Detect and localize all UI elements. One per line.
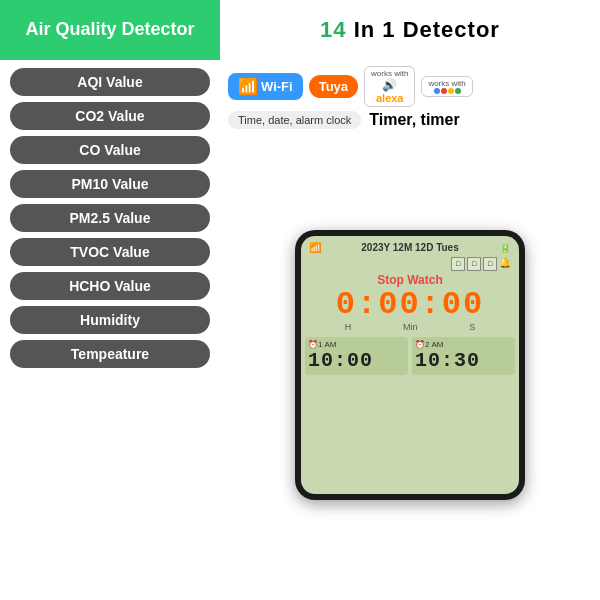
stopwatch-text: Stop Watch <box>377 273 443 287</box>
feature-co2: CO2 Value <box>10 102 210 130</box>
feature-aqi: AQI Value <box>10 68 210 96</box>
works-google-badge: works with <box>421 76 472 97</box>
feature-pm25: PM2.5 Value <box>10 204 210 232</box>
alarms-row: ⏰1 AM 10:00 ⏰2 AM 10:30 <box>305 337 515 375</box>
features-tag: Time, date, alarm clock <box>228 111 361 129</box>
stopwatch-label: Stop Watch <box>309 273 511 287</box>
alarm-bell-icon: 🔔 <box>499 257 511 271</box>
alarm-1-display: ⏰1 AM 10:00 <box>305 337 408 375</box>
feature-tvoc: TVOC Value <box>10 238 210 266</box>
seconds-label: S <box>469 322 475 332</box>
battery-icon: 🔋 <box>499 242 511 253</box>
wifi-signal-icon: 📶 <box>309 242 321 253</box>
feature-pm10: PM10 Value <box>10 170 210 198</box>
date-display: 2023Y 12M 12D Tues <box>361 242 458 253</box>
tuya-badge: Tuya <box>309 75 358 98</box>
alarm-2-icon: ⏰2 <box>415 340 429 349</box>
alarm-2-display: ⏰2 AM 10:30 <box>412 337 515 375</box>
device-screen: 📶 2023Y 12M 12D Tues 🔋 □ □ □ 🔔 <box>301 236 519 494</box>
feature-temperature: Tempeature <box>10 340 210 368</box>
hms-labels: H Min S <box>309 322 511 332</box>
google-dots <box>434 88 461 94</box>
detector-number: 14 <box>320 17 346 42</box>
hours-label: H <box>345 322 352 332</box>
tuya-label: Tuya <box>319 79 348 94</box>
detector-title: 14 In 1 Detector <box>320 17 500 43</box>
big-timer-display: 0:00:00 <box>309 287 511 322</box>
alarm-1-time: 10:00 <box>308 349 405 372</box>
app-title: Air Quality Detector <box>25 19 194 41</box>
works-with-alexa-text: works with <box>371 69 408 78</box>
alarm-2-time: 10:30 <box>415 349 512 372</box>
alarm-indicator-1: □ <box>451 257 465 271</box>
timer-label: Timer, timer <box>369 111 459 129</box>
info-row: Time, date, alarm clock Timer, timer <box>228 111 592 129</box>
alarm-indicator-2: □ <box>467 257 481 271</box>
google-dot-blue <box>434 88 440 94</box>
works-alexa-badge: works with 🔊 alexa <box>364 66 415 107</box>
app-container: Air Quality Detector 14 In 1 Detector AQ… <box>0 0 600 600</box>
alarm-1-am: AM <box>324 340 336 349</box>
works-with-google-text: works with <box>428 79 465 88</box>
header: Air Quality Detector 14 In 1 Detector <box>0 0 600 60</box>
alarm-1-icon: ⏰1 <box>308 340 322 349</box>
main-area: AQI Value CO2 Value CO Value PM10 Value … <box>0 60 600 600</box>
header-left: Air Quality Detector <box>0 0 220 60</box>
screen-top-row: 📶 2023Y 12M 12D Tues 🔋 <box>305 240 515 255</box>
alexa-icon: 🔊 <box>382 78 397 92</box>
device-wrapper: 📶 2023Y 12M 12D Tues 🔋 □ □ □ 🔔 <box>228 135 592 594</box>
stopwatch-section: □ □ □ 🔔 Stop Watch 0:00:00 <box>305 255 515 334</box>
air-quality-device: 📶 2023Y 12M 12D Tues 🔋 □ □ □ 🔔 <box>295 230 525 500</box>
minutes-label: Min <box>403 322 418 332</box>
wifi-badge: 📶 Wi-Fi <box>228 73 303 100</box>
icons-row: 📶 Wi-Fi Tuya works with 🔊 alexa works wi… <box>228 66 592 107</box>
wifi-label: Wi-Fi <box>261 79 293 94</box>
alarm-1-header: ⏰1 AM <box>308 340 405 349</box>
right-panel: 📶 Wi-Fi Tuya works with 🔊 alexa works wi… <box>220 60 600 600</box>
feature-humidity: Humidity <box>10 306 210 334</box>
google-dot-yellow <box>448 88 454 94</box>
alarm-indicator-3: □ <box>483 257 497 271</box>
google-dot-green <box>455 88 461 94</box>
alarm-2-am: AM <box>431 340 443 349</box>
alexa-label: alexa <box>376 92 404 104</box>
alarm-2-header: ⏰2 AM <box>415 340 512 349</box>
header-right: 14 In 1 Detector <box>220 0 600 60</box>
feature-hcho: HCHO Value <box>10 272 210 300</box>
feature-sidebar: AQI Value CO2 Value CO Value PM10 Value … <box>0 60 220 600</box>
feature-co: CO Value <box>10 136 210 164</box>
google-dot-red <box>441 88 447 94</box>
wifi-icon: 📶 <box>238 77 258 96</box>
